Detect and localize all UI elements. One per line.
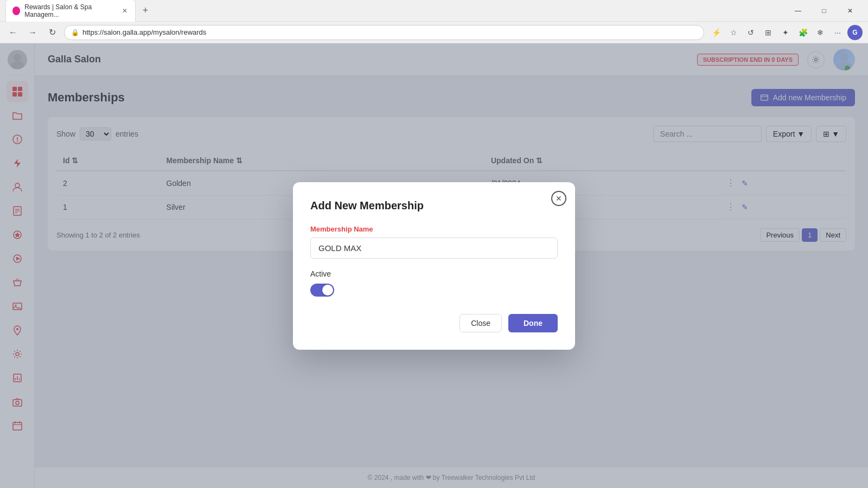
reader-mode-button[interactable]: ⚡	[709, 25, 724, 40]
modal-done-btn[interactable]: Done	[508, 314, 558, 332]
profile-button[interactable]: ✦	[778, 25, 793, 40]
modal-overlay: ✕ Add New Membership Membership Name Act…	[0, 43, 868, 488]
active-label: Active	[310, 269, 558, 278]
sidebar-button[interactable]: ❄	[813, 25, 828, 40]
minimize-button[interactable]: —	[786, 2, 810, 20]
lock-icon: 🔒	[71, 29, 79, 36]
add-membership-modal: ✕ Add New Membership Membership Name Act…	[293, 182, 575, 350]
membership-name-label: Membership Name	[310, 225, 558, 233]
modal-close-btn[interactable]: Close	[459, 314, 502, 332]
window-controls: — □ ✕	[786, 2, 863, 20]
toggle-knob	[322, 285, 333, 296]
tab-favicon	[12, 7, 20, 15]
forward-button[interactable]: →	[25, 25, 40, 40]
split-view-button[interactable]: ⊞	[761, 25, 776, 40]
address-bar: ← → ↻ 🔒 https://salon.galla.app/mysalon/…	[0, 22, 868, 43]
modal-footer: Close Done	[310, 314, 558, 332]
profile-avatar[interactable]: G	[847, 25, 863, 40]
membership-name-input[interactable]	[310, 237, 558, 259]
extensions-button[interactable]: 🧩	[795, 25, 810, 40]
app-content: !	[0, 43, 868, 488]
refresh-button[interactable]: ↻	[44, 25, 60, 40]
collections-button[interactable]: ↺	[743, 25, 758, 40]
back-button[interactable]: ←	[5, 25, 21, 40]
url-text: https://salon.galla.app/mysalon/rewards	[82, 28, 206, 36]
active-toggle[interactable]	[310, 284, 334, 297]
favorites-button[interactable]: ☆	[726, 25, 741, 40]
browser-tools: ⚡ ☆ ↺ ⊞ ✦ 🧩 ❄ ··· G	[709, 25, 863, 40]
browser-titlebar: Rewards | Salon & Spa Managem... ✕ + — □…	[0, 0, 868, 22]
url-bar[interactable]: 🔒 https://salon.galla.app/mysalon/reward…	[64, 25, 704, 40]
maximize-button[interactable]: □	[812, 2, 837, 20]
more-button[interactable]: ···	[830, 25, 845, 40]
tab-title: Rewards | Salon & Spa Managem...	[24, 3, 117, 18]
browser-frame: Rewards | Salon & Spa Managem... ✕ + — □…	[0, 0, 868, 488]
new-tab-button[interactable]: +	[138, 3, 153, 18]
modal-title: Add New Membership	[310, 200, 558, 212]
modal-close-button[interactable]: ✕	[551, 191, 566, 206]
close-button[interactable]: ✕	[838, 2, 863, 20]
active-tab[interactable]: Rewards | Salon & Spa Managem... ✕	[5, 0, 136, 22]
tab-bar: Rewards | Salon & Spa Managem... ✕ +	[5, 0, 786, 22]
tab-close-button[interactable]: ✕	[121, 7, 129, 15]
